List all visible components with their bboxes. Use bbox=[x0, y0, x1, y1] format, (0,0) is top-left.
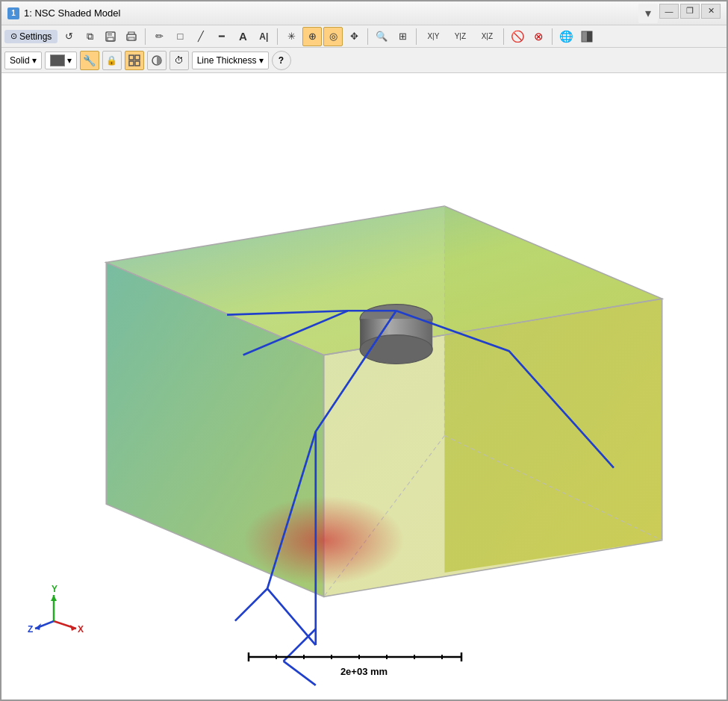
pan-button[interactable]: ⊞ bbox=[393, 27, 412, 46]
wrench-button[interactable]: 🔧 bbox=[80, 51, 99, 70]
title-bar: 1 1: NSC Shaded Model ▾ — ❐ ✕ bbox=[1, 1, 727, 25]
dash-button[interactable]: ━ bbox=[212, 27, 231, 46]
pencil-button[interactable]: ✏ bbox=[149, 27, 169, 46]
no-symbol-2[interactable]: ⊗ bbox=[529, 27, 548, 46]
window-icon: 1 bbox=[7, 7, 19, 19]
separator-6 bbox=[552, 28, 553, 45]
color-chevron: ▾ bbox=[67, 55, 72, 66]
svg-text:Y: Y bbox=[52, 584, 57, 594]
window-title: 1: NSC Shaded Model bbox=[24, 7, 638, 19]
lock-button[interactable]: 🔒 bbox=[102, 51, 122, 70]
svg-marker-31 bbox=[51, 595, 57, 601]
layers2-button[interactable] bbox=[147, 51, 167, 70]
color-dropdown[interactable]: ▾ bbox=[45, 52, 77, 69]
text-a-button[interactable]: A bbox=[233, 27, 252, 46]
separator-2 bbox=[277, 28, 278, 45]
xy-view-button[interactable]: X|Y bbox=[420, 27, 446, 46]
solid-chevron: ▾ bbox=[32, 55, 37, 66]
settings-chevron: ⊙ bbox=[10, 31, 17, 41]
svg-point-23 bbox=[243, 496, 405, 585]
svg-text:X: X bbox=[78, 624, 84, 635]
rectangle-button[interactable]: □ bbox=[170, 27, 190, 46]
line-button[interactable]: ╱ bbox=[191, 27, 211, 46]
target-button[interactable]: ◎ bbox=[323, 27, 343, 46]
yz-view-button[interactable]: Y|Z bbox=[447, 27, 473, 46]
svg-rect-4 bbox=[128, 37, 134, 40]
3d-scene bbox=[1, 73, 727, 700]
globe-button[interactable]: 🌐 bbox=[556, 27, 576, 46]
window-controls: ▾ — ❐ ✕ bbox=[638, 4, 721, 23]
toolbar2: Solid ▾ ▾ 🔧 🔒 ⏱ Line Thickness ▾ ? bbox=[1, 48, 727, 73]
svg-rect-7 bbox=[129, 55, 134, 60]
minimize-button[interactable]: — bbox=[659, 4, 679, 19]
clock-button[interactable]: ⏱ bbox=[169, 51, 189, 70]
restore-button[interactable]: ❐ bbox=[680, 4, 700, 19]
close-button[interactable]: ✕ bbox=[701, 4, 721, 19]
scale-bar: 2e+03 mm bbox=[245, 649, 484, 677]
axes-indicator: X Y Z bbox=[24, 580, 84, 640]
3d-viewport[interactable]: X Y Z bbox=[1, 73, 727, 700]
grid-button[interactable] bbox=[125, 51, 144, 70]
color-swatch bbox=[50, 54, 65, 66]
crosshair-button[interactable]: ⊕ bbox=[302, 27, 322, 46]
save-button[interactable] bbox=[101, 27, 120, 46]
star-button[interactable]: ✳ bbox=[281, 27, 301, 46]
svg-rect-10 bbox=[135, 61, 140, 66]
copy-button[interactable]: ⧉ bbox=[80, 27, 99, 46]
zoom-button[interactable]: 🔍 bbox=[372, 27, 391, 46]
dropdown-button[interactable]: ▾ bbox=[638, 4, 658, 23]
separator-1 bbox=[145, 28, 146, 45]
settings-menu[interactable]: ⊙ Settings bbox=[4, 30, 57, 43]
separator-4 bbox=[416, 28, 417, 45]
main-window: 1 1: NSC Shaded Model ▾ — ❐ ✕ ⊙ Settings… bbox=[0, 0, 728, 701]
line-thickness-chevron: ▾ bbox=[259, 55, 264, 66]
svg-rect-6 bbox=[587, 31, 592, 42]
menu-bar: ⊙ Settings ↺ ⧉ ✏ □ ╱ ━ A A| ✳ ⊕ ◎ ✥ 🔍 ⊞ … bbox=[1, 25, 727, 48]
line-thickness-dropdown[interactable]: Line Thickness ▾ bbox=[192, 52, 269, 69]
layers-button[interactable] bbox=[577, 27, 597, 46]
svg-text:Z: Z bbox=[28, 624, 33, 635]
xz-view-button[interactable]: X|Z bbox=[474, 27, 500, 46]
scale-line bbox=[245, 649, 484, 664]
text-ah-button[interactable]: A| bbox=[254, 27, 273, 46]
help-button[interactable]: ? bbox=[272, 51, 291, 70]
print-button[interactable] bbox=[122, 27, 141, 46]
separator-3 bbox=[367, 28, 368, 45]
move-button[interactable]: ✥ bbox=[344, 27, 364, 46]
solid-label: Solid bbox=[10, 55, 30, 66]
settings-label: Settings bbox=[19, 31, 52, 42]
solid-dropdown[interactable]: Solid ▾ bbox=[4, 52, 42, 69]
refresh-button[interactable]: ↺ bbox=[59, 27, 78, 46]
separator-5 bbox=[503, 28, 504, 45]
svg-rect-9 bbox=[129, 61, 134, 66]
line-thickness-label: Line Thickness bbox=[197, 55, 257, 66]
scale-label: 2e+03 mm bbox=[340, 666, 388, 677]
svg-rect-8 bbox=[135, 55, 140, 60]
no-symbol-1[interactable]: 🚫 bbox=[508, 27, 527, 46]
svg-rect-1 bbox=[108, 32, 112, 36]
